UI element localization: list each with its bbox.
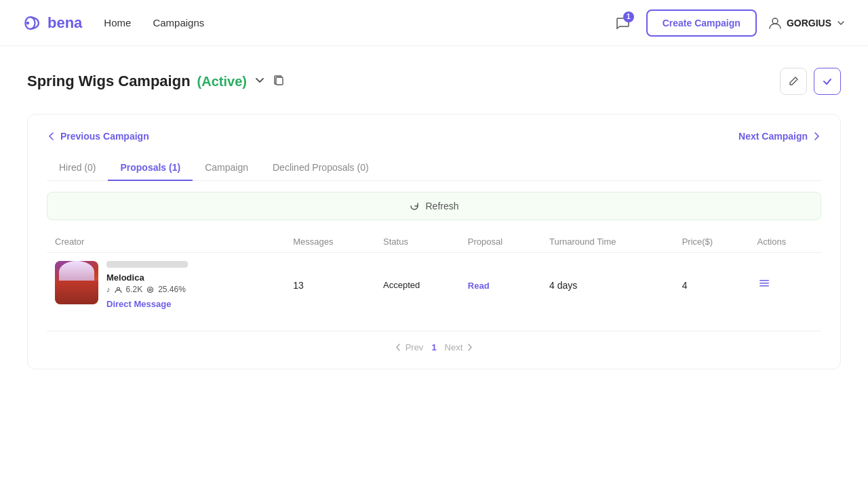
user-icon: [768, 16, 783, 30]
tab-hired[interactable]: Hired (0): [47, 155, 108, 181]
logo-icon: [22, 12, 43, 34]
svg-point-6: [149, 289, 151, 291]
current-page: 1: [431, 342, 436, 352]
creator-avatar: [55, 261, 98, 304]
svg-rect-8: [760, 283, 769, 284]
cell-proposal: Read: [460, 253, 541, 318]
copy-icon: [273, 74, 285, 86]
confirm-button[interactable]: [814, 68, 841, 95]
next-page-button[interactable]: Next: [445, 342, 475, 352]
col-actions: Actions: [749, 231, 821, 253]
svg-point-1: [26, 21, 29, 24]
title-actions: [780, 68, 841, 95]
direct-message-link[interactable]: Direct Message: [106, 299, 188, 309]
actions-icon[interactable]: [757, 279, 771, 293]
col-turnaround: Turnaround Time: [541, 231, 674, 253]
prev-page-button[interactable]: Prev: [394, 342, 424, 352]
table-header: Creator Messages Status Proposal Turnaro…: [47, 231, 821, 253]
pencil-icon: [788, 76, 799, 87]
engagement-rate: 25.46%: [158, 285, 186, 294]
creator-name-bar: [106, 261, 188, 268]
col-creator: Creator: [47, 231, 285, 253]
navbar: bena Home Campaigns 1 Create Campaign GO…: [0, 0, 868, 46]
notification-badge: 1: [623, 12, 634, 22]
campaign-title: Spring Wigs Campaign: [27, 73, 191, 90]
chevron-down-icon: [835, 18, 846, 28]
tab-declined[interactable]: Declined Proposals (0): [260, 155, 381, 181]
refresh-label: Refresh: [425, 201, 458, 211]
col-proposal: Proposal: [460, 231, 541, 253]
follower-count: 6.2K: [126, 285, 143, 294]
user-menu[interactable]: GORGIUS: [768, 16, 846, 30]
create-campaign-button[interactable]: Create Campaign: [646, 9, 757, 37]
notification-button[interactable]: 1: [610, 10, 635, 36]
cell-actions: [749, 253, 821, 318]
copy-button[interactable]: [273, 74, 285, 89]
prev-next-nav: Previous Campaign Next Campaign: [47, 131, 821, 142]
nav-right: 1 Create Campaign GORGIUS: [610, 9, 846, 37]
creator-stats: ♪ 6.2K 2: [106, 285, 188, 294]
refresh-bar[interactable]: Refresh: [47, 192, 821, 220]
col-status: Status: [375, 231, 460, 253]
campaign-title-left: Spring Wigs Campaign (Active): [27, 73, 285, 90]
campaign-status: (Active): [197, 74, 247, 89]
logo-text: bena: [47, 14, 82, 32]
logo: bena: [22, 12, 82, 34]
next-campaign-button[interactable]: Next Campaign: [738, 131, 821, 142]
main-content: Spring Wigs Campaign (Active): [0, 46, 868, 391]
pagination: Prev 1 Next: [47, 331, 821, 352]
cell-turnaround: 4 days: [541, 253, 674, 318]
svg-rect-7: [760, 280, 769, 281]
table-body: Melodica ♪ 6.2K: [47, 253, 821, 318]
campaign-title-row: Spring Wigs Campaign (Active): [27, 68, 841, 95]
previous-campaign-button[interactable]: Previous Campaign: [47, 131, 149, 142]
campaign-card: Previous Campaign Next Campaign Hired (0…: [27, 114, 841, 369]
refresh-icon: [409, 201, 420, 211]
arrow-left-icon: [47, 131, 56, 141]
creator-info: Melodica ♪ 6.2K: [106, 261, 188, 309]
svg-point-4: [117, 287, 119, 290]
proposal-read-link[interactable]: Read: [468, 281, 490, 291]
cell-creator: Melodica ♪ 6.2K: [47, 253, 285, 318]
arrow-right-icon: [812, 131, 821, 141]
campaign-dropdown-button[interactable]: [254, 74, 266, 89]
cell-status: Accepted: [375, 253, 460, 318]
tiktok-icon: ♪: [106, 285, 111, 293]
tabs: Hired (0) Proposals (1) Campaign Decline…: [47, 155, 821, 181]
nav-left: bena Home Campaigns: [22, 12, 204, 34]
next-page-icon: [465, 343, 474, 352]
tab-campaign[interactable]: Campaign: [193, 155, 260, 181]
checkmark-icon: [822, 76, 833, 87]
user-name: GORGIUS: [787, 18, 831, 28]
edit-button[interactable]: [780, 68, 807, 95]
svg-rect-3: [276, 77, 283, 85]
followers-icon: [115, 286, 122, 293]
table-row: Melodica ♪ 6.2K: [47, 253, 821, 318]
tab-proposals[interactable]: Proposals (1): [108, 155, 193, 181]
svg-point-2: [772, 18, 778, 24]
chevron-down-icon: [254, 74, 266, 86]
nav-home[interactable]: Home: [104, 17, 131, 28]
cell-messages: 13: [285, 253, 375, 318]
svg-rect-9: [760, 285, 769, 287]
creator-name: Melodica: [106, 272, 188, 283]
nav-campaigns[interactable]: Campaigns: [153, 17, 204, 28]
svg-point-5: [148, 287, 153, 292]
col-messages: Messages: [285, 231, 375, 253]
proposals-table: Creator Messages Status Proposal Turnaro…: [47, 231, 821, 317]
prev-page-icon: [394, 343, 403, 352]
engagement-icon: [146, 286, 154, 293]
col-price: Price($): [674, 231, 749, 253]
cell-price: 4: [674, 253, 749, 318]
